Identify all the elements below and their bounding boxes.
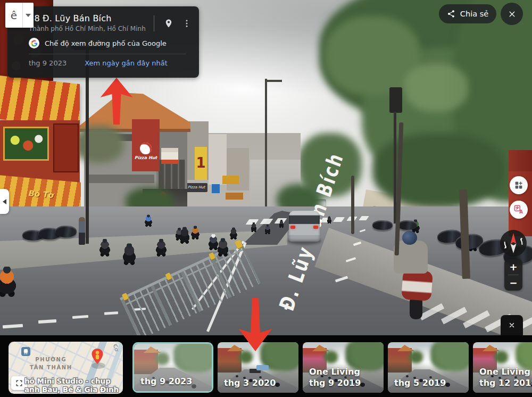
parked-motorbike	[55, 226, 77, 237]
close-street-view-button[interactable]	[501, 3, 523, 25]
map-place-caption: hó Mini Studio - chụp anh Bầu, Bé & Gia …	[24, 377, 119, 394]
see-latest-date-link[interactable]: Xem ngày gần đây nhất	[85, 59, 168, 67]
close-timeline-button[interactable]	[501, 315, 523, 335]
shop-sign-yellow	[222, 176, 239, 184]
address-subtitle: Thành phố Hồ Chí Minh, Hồ Chí Minh	[29, 25, 154, 32]
dashboard-customize-icon	[514, 181, 523, 189]
thumb-label: One Livingthg 9 2019	[309, 366, 361, 389]
collapse-panel-tab[interactable]	[0, 189, 9, 214]
pizza-hut-logo	[140, 143, 152, 154]
close-icon	[508, 321, 516, 329]
pegman-location-marker	[88, 348, 106, 369]
tree-canopy-highlight	[404, 64, 468, 112]
transit-station-icon	[21, 347, 30, 356]
timeline-strip: PHƯỜNG TÂN THÀNH Cơ hó Mini Studio - chụ…	[0, 335, 532, 397]
chevron-left-icon	[3, 199, 6, 204]
ime-character: ê	[5, 3, 23, 28]
motorbike-rider	[155, 239, 168, 257]
shop-sign-blue	[212, 184, 220, 193]
motorbike-rider	[190, 226, 201, 240]
ime-overlay[interactable]: ê	[5, 3, 34, 28]
pizza-hut-balcony	[87, 175, 154, 183]
motorbike-rider	[279, 220, 285, 228]
timeline-thumb-2019-sep[interactable]: One Livingthg 9 2019	[303, 342, 384, 393]
motorbike-rider	[121, 244, 137, 266]
thumb-label: thg 9 2023	[140, 376, 192, 387]
info-panel: 38 Đ. Lũy Bán Bích Thành phố Hồ Chí Minh…	[7, 6, 199, 78]
car-taillight	[290, 226, 295, 229]
distant-building	[227, 148, 249, 191]
hut-banner	[161, 148, 178, 164]
parked-motorbike	[372, 220, 393, 230]
panel-divider	[154, 15, 154, 31]
fullscreen-icon	[15, 379, 23, 387]
motorbike-rider	[229, 228, 238, 240]
map-pin-icon	[164, 18, 173, 29]
shop-awning-orange	[226, 193, 243, 200]
pizza-hut-windows-lower	[159, 160, 185, 193]
parked-motorbike	[398, 220, 417, 230]
distant-pole-arm	[266, 80, 282, 82]
more-options-button[interactable]	[180, 15, 194, 31]
close-icon	[508, 10, 517, 19]
motorbike-rider	[0, 267, 18, 297]
foreground-rider-bike-body	[401, 269, 433, 301]
thumb-label: thg 3 2020	[224, 377, 276, 389]
motorbike-rider	[216, 238, 229, 257]
pedestrian	[79, 217, 85, 245]
share-icon	[447, 10, 455, 18]
motorbike-rider	[264, 225, 271, 234]
thumb-label: thg 5 2019	[394, 377, 446, 389]
motorbike-rider	[144, 215, 153, 227]
zoom-out-button[interactable]: −	[504, 275, 522, 291]
pizza-hut-sign-text: Pizza Hut	[131, 155, 161, 163]
awning-script-text: Bò Tơ	[28, 188, 53, 200]
timeline-thumbnails: thg 9 2023 thg 3 2020 One Livingthg 9 20…	[132, 342, 532, 393]
three-dot-menu-icon	[182, 19, 192, 28]
address-title: 38 Đ. Lũy Bán Bích	[29, 13, 154, 23]
motorbike-rider	[250, 222, 257, 232]
tower-sign-1: 1	[195, 147, 207, 180]
compass[interactable]	[500, 229, 527, 257]
mid-foliage	[73, 126, 124, 163]
restaurant-photo-board2	[53, 123, 79, 172]
minimap[interactable]: PHƯỜNG TÂN THÀNH Cơ hó Mini Studio - chụ…	[9, 342, 123, 394]
street-view-app: 1 Pizza Hut Pizza Hut Bò Tơ	[0, 0, 532, 397]
timeline-thumb-2018[interactable]: One Livingthg 12 2018	[473, 342, 532, 393]
distant-pole	[265, 79, 267, 206]
restaurant-menu-photos	[6, 131, 46, 158]
extension-capture-button[interactable]	[510, 176, 528, 194]
zoom-in-button[interactable]: +	[504, 259, 522, 275]
car-taillight	[313, 226, 318, 229]
share-button[interactable]: Chia sẻ	[439, 4, 496, 23]
extension-translate-button[interactable]: A	[510, 201, 528, 219]
signal-box	[389, 87, 402, 113]
motorbike-rider	[178, 227, 190, 244]
motorbike-rider	[98, 239, 111, 257]
timeline-thumb-2023[interactable]: thg 9 2023	[132, 342, 213, 393]
tree-canopy	[372, 133, 505, 208]
ward-label: PHƯỜNG TÂN THÀNH	[30, 355, 72, 371]
map-pin-button[interactable]	[162, 15, 176, 31]
motorbike-rider	[327, 217, 332, 224]
pizza-hut-small-sign: Pizza Hut	[185, 183, 207, 192]
svg-text:A: A	[519, 209, 523, 214]
foreground-rider-helmet	[402, 231, 417, 245]
share-label: Chia sẻ	[460, 10, 488, 18]
chevron-down-icon	[26, 14, 31, 17]
timeline-thumb-2020[interactable]: thg 3 2020	[218, 342, 298, 393]
capture-date: thg 9 2023	[29, 59, 66, 67]
street-view-attribution: Chế độ xem đường phố của Google	[45, 39, 167, 47]
zoom-control: + −	[504, 259, 522, 291]
timeline-thumb-2019-may[interactable]: thg 5 2019	[388, 342, 469, 393]
tree-trunk	[351, 176, 354, 234]
thumb-label: One Livingthg 12 2018	[479, 366, 532, 389]
translate-icon: A	[514, 205, 523, 214]
ime-dropdown[interactable]	[23, 3, 34, 28]
google-logo	[29, 38, 39, 48]
